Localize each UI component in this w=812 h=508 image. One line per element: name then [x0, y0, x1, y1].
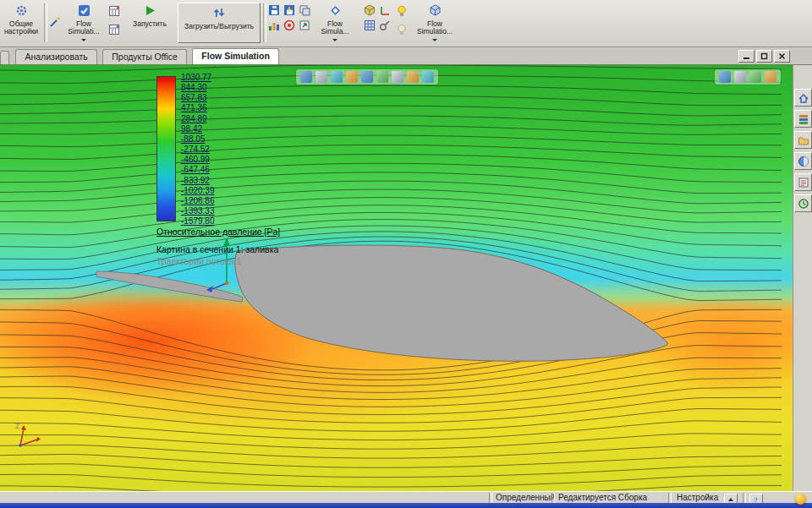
chevron-down-icon [81, 39, 86, 41]
legend-value: -647.46 [181, 165, 214, 175]
legend-value: -274.52 [181, 145, 214, 155]
custom-properties-icon[interactable] [794, 173, 812, 191]
scene-cube-icon [429, 4, 442, 19]
legend-value: 284.89 [181, 114, 214, 124]
view-orientation-icon[interactable] [361, 71, 373, 83]
hide-show-items-icon[interactable] [392, 71, 403, 83]
legend-value: 98.42 [181, 124, 214, 134]
run-label: Запустить [133, 20, 167, 29]
zoom-fit-icon[interactable] [300, 71, 312, 83]
view-settings-icon[interactable] [422, 71, 434, 83]
axes-icon[interactable] [377, 3, 392, 18]
legend-value: -1393.33 [181, 206, 214, 216]
load-unload-button[interactable]: Загрузить/Выгрузить [178, 3, 261, 43]
legend-value: 1030.77 [181, 73, 214, 83]
tab-partial[interactable] [0, 51, 9, 64]
gear-icon [15, 4, 28, 19]
document-window-controls [738, 50, 790, 63]
probe-icon[interactable] [377, 18, 392, 33]
load-unload-icon [212, 6, 226, 22]
flow-simulation-dropdown-3[interactable]: Flow Simulatio... [411, 2, 458, 44]
resources-home-icon[interactable] [794, 89, 812, 107]
lightbulb-off-icon[interactable] [394, 22, 409, 37]
load-unload-label: Загрузить/Выгрузить [184, 23, 254, 31]
restore-button[interactable] [756, 50, 772, 63]
save-results-icon[interactable] [266, 3, 282, 18]
legend-value: 657.83 [181, 93, 214, 103]
status-customize[interactable]: Настройка [677, 493, 718, 502]
legend-value: -88.05 [181, 134, 214, 145]
legend-title: Относительное давление [Pa] [156, 227, 280, 237]
status-defined: Определенный [496, 493, 555, 502]
display-icon-group [362, 3, 392, 32]
calculator-icon[interactable] [107, 3, 122, 19]
close-button[interactable] [774, 50, 790, 63]
status-separator [551, 493, 555, 503]
cube-icon[interactable] [362, 3, 377, 18]
lightbulb-icon[interactable] [394, 3, 409, 19]
clone-project-icon[interactable] [297, 3, 312, 18]
load-results-icon[interactable] [282, 3, 297, 18]
cut-plot-label[interactable]: Картина в сечении 1: заливка [156, 244, 278, 254]
appearances-icon[interactable] [794, 152, 812, 170]
display-style-icon[interactable] [376, 71, 388, 83]
general-settings-label: Общие настройки [1, 20, 41, 36]
solidworks-window: Общие настройки Flow Simulati... Запусти… [0, 0, 812, 508]
plot-tools-icon[interactable] [266, 18, 282, 33]
tab-analyze-label: Анализировать [25, 52, 87, 62]
status-bar: Определенный Редактируется Сборка Настро… [0, 491, 812, 504]
flow-check-icon [78, 4, 91, 19]
flow-simulation-toolbar: Общие настройки Flow Simulati... Запусти… [0, 0, 812, 47]
previous-view-icon[interactable] [331, 71, 343, 83]
design-library-icon[interactable] [794, 110, 812, 128]
full-screen-icon[interactable] [749, 71, 761, 83]
legend-value: 844.30 [181, 83, 214, 93]
flow-simulation-3-label: Flow Simulatio... [411, 20, 458, 36]
file-explorer-icon[interactable] [794, 131, 812, 149]
wizard-icon[interactable] [47, 14, 63, 30]
play-icon [144, 4, 156, 19]
status-separator [743, 493, 746, 503]
edit-appearance-icon[interactable] [407, 71, 419, 83]
general-settings-button[interactable]: Общие настройки [1, 2, 41, 44]
document-recovery-icon[interactable] [794, 194, 812, 212]
legend-value: -1579.80 [181, 216, 214, 227]
legend-color-bar [156, 76, 176, 221]
zoom-area-icon[interactable] [315, 71, 327, 83]
legend-value: -1020.39 [181, 186, 214, 196]
tab-flow-simulation[interactable]: Flow Simulation [192, 48, 279, 64]
results-table-icon[interactable] [107, 22, 122, 37]
tab-flow-simulation-label: Flow Simulation [201, 51, 270, 61]
flow-trajectories-label[interactable]: Траектории потока 1 [156, 256, 241, 266]
tray-sphere-icon[interactable] [795, 494, 806, 505]
legend-value: -1206.86 [181, 196, 214, 206]
flow-simulation-dropdown-2[interactable]: Flow Simula... [313, 2, 357, 44]
flow-simulation-1-label: Flow Simulati... [63, 20, 105, 36]
tab-analyze[interactable]: Анализировать [15, 49, 96, 64]
tab-office-products[interactable]: Продукты Office [102, 49, 187, 64]
graphics-area[interactable]: Z 1030.77 844.30 657.83 471.36 284.89 98… [0, 65, 793, 491]
flow-simulation-2-label: Flow Simula... [313, 20, 357, 36]
rotate-view-icon[interactable] [719, 71, 731, 83]
pan-icon[interactable] [734, 71, 746, 83]
chevron-down-icon [432, 39, 437, 41]
status-separator [489, 493, 492, 503]
options-icon[interactable] [765, 71, 776, 83]
run-button[interactable]: Запустить [125, 2, 174, 44]
legend-values: 1030.77 844.30 657.83 471.36 284.89 98.4… [181, 73, 214, 227]
taskbar-edge [0, 503, 812, 508]
legend-value: 471.36 [181, 103, 214, 113]
minimize-button[interactable] [738, 50, 754, 63]
export-icon[interactable] [297, 18, 312, 33]
legend-value: -460.99 [181, 155, 214, 165]
mesh-icon[interactable] [362, 18, 377, 33]
section-view-icon[interactable] [346, 71, 358, 83]
cfd-flow-plot: Z [0, 65, 793, 491]
chevron-up-icon [728, 498, 733, 501]
goal-plot-icon[interactable] [282, 18, 297, 33]
svg-text:?: ? [754, 496, 758, 503]
results-icon-group [266, 3, 311, 32]
legend-value: -833.92 [181, 176, 214, 186]
status-separator [668, 493, 672, 503]
flow-simulation-dropdown-1[interactable]: Flow Simulati... [63, 2, 105, 44]
